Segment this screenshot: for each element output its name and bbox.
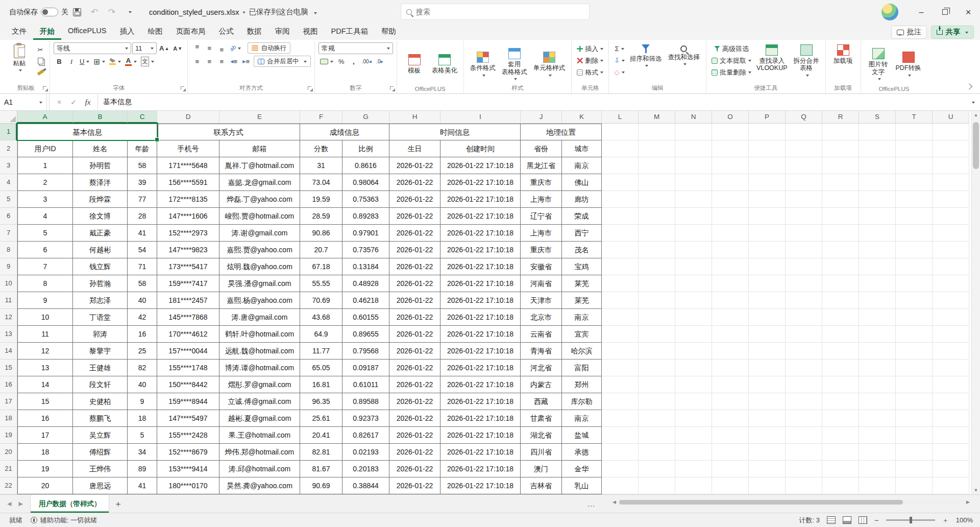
grid-cell[interactable]: 82.81: [300, 444, 342, 461]
borders-button[interactable]: ⊞: [92, 56, 107, 67]
search-box[interactable]: [401, 4, 590, 20]
format-painter-button[interactable]: [35, 67, 46, 78]
clipboard-dialog-launcher[interactable]: [42, 86, 48, 91]
grid-cell[interactable]: [712, 393, 749, 410]
grid-cell[interactable]: 152****8679: [157, 444, 219, 461]
grid-cell[interactable]: 90.86: [300, 225, 342, 242]
grid-cell[interactable]: 157****0044: [157, 343, 219, 360]
grid-cell[interactable]: 孙明哲: [73, 157, 128, 174]
grid-cell[interactable]: 0.48928: [342, 275, 389, 292]
grid-cell[interactable]: [749, 360, 786, 376]
row-header-3[interactable]: 3: [0, 157, 17, 174]
grid-cell[interactable]: 180****0170: [157, 477, 219, 494]
accessibility-status[interactable]: 辅助功能: 一切就绪: [31, 516, 97, 525]
batch-delete-button[interactable]: 批量删除: [710, 67, 753, 78]
vertical-scroll-thumb[interactable]: [973, 122, 979, 169]
grid-cell[interactable]: 段烨霖: [73, 191, 128, 208]
grid-cell[interactable]: 何越彬: [73, 242, 128, 258]
column-header-P[interactable]: P: [749, 111, 786, 124]
grid-cell[interactable]: [786, 191, 822, 208]
grid-cell[interactable]: 炫明.魏@yahoo.com: [219, 258, 300, 275]
grid-cell[interactable]: 2026-01-22: [389, 174, 440, 191]
grid-cell[interactable]: [859, 360, 896, 376]
grid-cell[interactable]: [822, 225, 859, 242]
row-header-12[interactable]: 12: [0, 309, 17, 326]
grid-cell[interactable]: 0.60155: [342, 309, 389, 326]
grid-cell[interactable]: 0.97901: [342, 225, 389, 242]
grid-cell[interactable]: [822, 343, 859, 360]
grid-cell[interactable]: [933, 343, 969, 360]
grid-cell[interactable]: 西宁: [562, 225, 602, 242]
grid-cell[interactable]: [859, 461, 896, 477]
page-layout-view-icon[interactable]: [843, 516, 851, 524]
grid-cell[interactable]: 茂名: [562, 242, 602, 258]
grid-cell[interactable]: 莱芜: [562, 275, 602, 292]
grid-cell[interactable]: 2: [17, 174, 73, 191]
grid-cell[interactable]: 熠彤.罗@gmail.com: [219, 376, 300, 393]
grid-cell[interactable]: [933, 140, 969, 157]
grid-cell[interactable]: 2026-01-22: [389, 157, 440, 174]
alignment-dialog-launcher[interactable]: [307, 86, 313, 91]
bold-button[interactable]: B: [54, 56, 65, 67]
grid-cell[interactable]: 宜宾: [562, 326, 602, 343]
grid-cell[interactable]: 2026-01-22 17:10:18: [440, 326, 521, 343]
grid-cell[interactable]: [639, 360, 675, 376]
font-size-select[interactable]: 11: [132, 42, 157, 54]
grid-cell[interactable]: [712, 225, 749, 242]
grid-cell[interactable]: [859, 376, 896, 393]
grid-cell[interactable]: [786, 174, 822, 191]
ribbon-tab-开始[interactable]: 开始: [33, 24, 61, 40]
grid-cell[interactable]: 孙哲瀚: [73, 275, 128, 292]
image-to-text-button[interactable]: 图片转 文字: [865, 46, 892, 81]
grid-cell[interactable]: 盐城: [562, 427, 602, 444]
prev-sheet-button[interactable]: ◀: [7, 500, 11, 507]
grid-cell[interactable]: 基本信息: [17, 124, 157, 140]
row-header-16[interactable]: 16: [0, 376, 17, 393]
grid-cell[interactable]: 0.89655: [342, 326, 389, 343]
grid-cell[interactable]: 四川省: [521, 444, 562, 461]
grid-cell[interactable]: [749, 343, 786, 360]
grid-cell[interactable]: [712, 343, 749, 360]
grid-cell[interactable]: [675, 174, 712, 191]
horizontal-scrollbar[interactable]: ◀ ▶: [612, 499, 970, 505]
orientation-button[interactable]: ab: [228, 43, 242, 54]
grid-cell[interactable]: [822, 174, 859, 191]
grid-cell[interactable]: [639, 427, 675, 444]
grid-cell[interactable]: [675, 157, 712, 174]
grid-cell[interactable]: 39: [128, 174, 157, 191]
grid-cell[interactable]: 西藏: [521, 393, 562, 410]
grid-cell[interactable]: 2026-01-22: [389, 444, 440, 461]
grid-cell[interactable]: [712, 360, 749, 376]
split-merge-button[interactable]: 拆分合并 表格: [791, 42, 822, 77]
align-bottom-button[interactable]: ≡: [216, 43, 227, 54]
grid-cell[interactable]: [859, 157, 896, 174]
search-input[interactable]: [416, 8, 584, 16]
grid-cell[interactable]: [822, 477, 859, 494]
grid-cell[interactable]: 昊强.潘@gmail.com: [219, 275, 300, 292]
grid-cell[interactable]: [896, 157, 933, 174]
column-header-E[interactable]: E: [219, 111, 300, 124]
grid-cell[interactable]: 重庆市: [521, 242, 562, 258]
grid-cell[interactable]: 0.09187: [342, 360, 389, 376]
grid-cell[interactable]: 成绩信息: [300, 124, 389, 140]
grid-cell[interactable]: [639, 376, 675, 393]
grid-cell[interactable]: [675, 124, 712, 140]
grid-cell[interactable]: [602, 292, 639, 309]
grid-cell[interactable]: [639, 191, 675, 208]
shrink-font-button[interactable]: A▼: [172, 43, 184, 54]
autosave-toggle[interactable]: 自动保存 关: [9, 8, 68, 17]
grid-cell[interactable]: 16: [17, 410, 73, 427]
grid-cell[interactable]: [822, 124, 859, 140]
format-as-table-button[interactable]: 套用 表格格式: [499, 46, 530, 81]
grid-cell[interactable]: 越彬.夏@gmail.com: [219, 410, 300, 427]
grid-cell[interactable]: [786, 140, 822, 157]
grid-cell[interactable]: [675, 427, 712, 444]
grid-cell[interactable]: [675, 410, 712, 427]
grid-cell[interactable]: 2026-01-22 17:10:18: [440, 208, 521, 225]
grid-cell[interactable]: [675, 140, 712, 157]
grid-cell[interactable]: [933, 376, 969, 393]
ribbon-tab-PDF工具箱[interactable]: PDF工具箱: [325, 24, 375, 40]
grid-cell[interactable]: 段文轩: [73, 376, 128, 393]
row-header-11[interactable]: 11: [0, 292, 17, 309]
grid-cell[interactable]: [675, 309, 712, 326]
